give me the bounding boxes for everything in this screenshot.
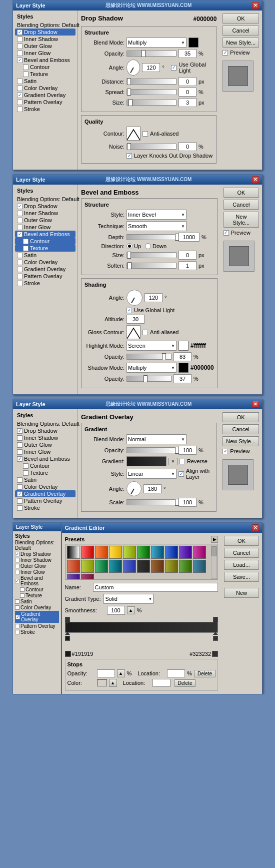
distance-input-1[interactable]	[178, 77, 196, 86]
technique-select-2[interactable]: Smooth ▼	[126, 221, 186, 231]
anti-alias-checkbox-1[interactable]	[142, 131, 148, 137]
sidebar-item-drop-shadow-2[interactable]: Drop Shadow	[15, 203, 76, 210]
ge-load-button[interactable]: Load...	[224, 560, 259, 570]
checkbox-contour-2[interactable]	[23, 239, 28, 244]
sidebar-item-inner-glow-1[interactable]: Inner Glow	[15, 50, 76, 57]
gloss-anti-alias-checkbox-2[interactable]	[142, 330, 148, 335]
ge-save-button[interactable]: Save...	[224, 572, 259, 582]
checkbox-gradient-overlay-1[interactable]	[17, 93, 22, 98]
checkbox-inner-glow-1[interactable]	[17, 51, 22, 56]
sidebar-item-texture-3[interactable]: Texture	[15, 469, 76, 476]
checkbox-color-overlay-2[interactable]	[17, 260, 22, 265]
checkbox-color-overlay-1[interactable]	[17, 86, 22, 91]
cancel-button-1[interactable]: Cancel	[222, 26, 259, 36]
checkbox-color-overlay-3[interactable]	[17, 484, 22, 490]
preset-swatch-0[interactable]	[67, 546, 80, 559]
new-style-button-1[interactable]: New Style...	[222, 38, 259, 48]
checkbox-texture-1[interactable]	[23, 72, 28, 77]
sidebar-item-inner-glow-3[interactable]: Inner Glow	[15, 448, 76, 455]
preset-swatch-9[interactable]	[193, 546, 206, 559]
sidebar-item-pattern-overlay-2[interactable]: Pattern Overlay	[15, 273, 76, 280]
checkbox-pattern-overlay-3[interactable]	[17, 498, 22, 504]
sidebar-item-inner-glow-2[interactable]: Inner Glow	[15, 224, 76, 231]
checkbox-outer-glow-2[interactable]	[17, 218, 22, 223]
shading-angle-dial-2[interactable]	[126, 290, 142, 306]
opacity-stop-right[interactable]	[213, 617, 218, 622]
checkbox-stroke-2[interactable]	[17, 281, 22, 286]
sidebar-item-outer-glow-3[interactable]: Outer Glow	[15, 441, 76, 448]
sidebar-item-texture-2[interactable]: Texture	[15, 245, 76, 252]
sidebar-item-gradient-overlay-1[interactable]: Gradient Overlay	[15, 92, 76, 99]
checkbox-inner-glow-2[interactable]	[17, 225, 22, 230]
soften-input-2[interactable]	[178, 261, 196, 270]
checkbox-bevel-3[interactable]	[17, 456, 22, 462]
preset-swatch-3[interactable]	[109, 546, 122, 559]
ok-button-1[interactable]: OK	[222, 14, 259, 24]
sidebar-item-bevel-3[interactable]: Bevel and Emboss	[15, 455, 76, 462]
preset-swatch-8[interactable]	[179, 546, 192, 559]
sidebar-item-pattern-overlay-1[interactable]: Pattern Overlay	[15, 99, 76, 106]
angle-input-1[interactable]	[142, 63, 160, 72]
stop-location-input2[interactable]	[152, 679, 170, 687]
shadow-opacity-input-2[interactable]	[174, 374, 192, 383]
new-style-button-3[interactable]: New Style...	[222, 436, 259, 446]
sidebar-item-satin-2[interactable]: Satin	[15, 252, 76, 259]
preset-swatch-13[interactable]	[109, 560, 122, 573]
checkbox-stroke-3[interactable]	[17, 505, 22, 511]
sidebar-item-gradient-overlay-3[interactable]: Gradient Overlay	[15, 490, 76, 497]
checkbox-contour-3[interactable]	[23, 463, 28, 469]
highlight-opacity-input-2[interactable]	[174, 352, 192, 361]
presets-scrollbar-thumb[interactable]	[212, 546, 216, 556]
gblend-mode-select-3[interactable]: Normal ▼	[126, 434, 186, 444]
stop-location-input1[interactable]	[167, 669, 185, 677]
sidebar-blending-3[interactable]: Blending Options: Default	[15, 420, 76, 427]
preview-checkbox-2[interactable]	[224, 230, 229, 236]
blend-color-box-1[interactable]	[188, 38, 198, 48]
ok-button-3[interactable]: OK	[222, 412, 259, 422]
gscale-input-3[interactable]	[178, 498, 196, 507]
checkbox-outer-glow-1[interactable]	[17, 44, 22, 49]
gradient-swatch-3[interactable]	[126, 456, 166, 466]
shadow-color-box-2[interactable]	[178, 363, 188, 373]
sidebar-blending-2[interactable]: Blending Options: Default	[15, 196, 76, 203]
sidebar-item-texture-1[interactable]: Texture	[15, 71, 76, 78]
preset-swatch-5[interactable]	[137, 546, 150, 559]
sidebar-item-contour-3[interactable]: Contour	[15, 462, 76, 469]
depth-input-2[interactable]	[178, 233, 200, 242]
sidebar-item-outer-glow-2[interactable]: Outer Glow	[15, 217, 76, 224]
sidebar-item-inner-shadow-1[interactable]: Inner Shadow	[15, 36, 76, 43]
checkbox-outer-glow-3[interactable]	[17, 442, 22, 448]
preset-swatch-4[interactable]	[123, 546, 136, 559]
shadow-opacity-slider-2[interactable]	[126, 376, 172, 382]
preset-swatch-7[interactable]	[165, 546, 178, 559]
radio-down-dot-2[interactable]	[145, 243, 151, 249]
checkbox-drop-shadow-2[interactable]	[17, 204, 22, 209]
checkbox-drop-shadow-3[interactable]	[17, 428, 22, 434]
sidebar-item-stroke-1[interactable]: Stroke	[15, 106, 76, 113]
sidebar-item-bevel-1[interactable]: Bevel and Emboss	[15, 57, 76, 64]
gscale-slider-3[interactable]	[126, 499, 176, 505]
opacity-stop-left[interactable]	[65, 617, 70, 622]
reverse-checkbox-3[interactable]	[180, 459, 185, 464]
style-select-2[interactable]: Inner Bevel ▼	[126, 210, 186, 220]
bsize-input-2[interactable]	[178, 251, 196, 260]
preset-swatch-14[interactable]	[123, 560, 136, 573]
presets-scrollbar[interactable]	[211, 545, 217, 579]
checkbox-gradient-overlay-3[interactable]	[17, 491, 22, 497]
checkbox-pattern-overlay-2[interactable]	[17, 274, 22, 279]
highlight-opacity-slider-2[interactable]	[126, 354, 172, 360]
preset-swatch-1[interactable]	[81, 546, 94, 559]
preset-swatch-6[interactable]	[151, 546, 164, 559]
gangle-input-3[interactable]	[144, 484, 162, 493]
sidebar-item-pattern-overlay-3[interactable]: Pattern Overlay	[15, 497, 76, 504]
sidebar-item-contour-2[interactable]: Contour	[15, 238, 76, 245]
gloss-contour-preview-2[interactable]	[126, 325, 140, 339]
bsize-slider-2[interactable]	[126, 252, 176, 258]
checkbox-drop-shadow-1[interactable]	[17, 30, 22, 35]
depth-slider-2[interactable]	[126, 234, 176, 240]
name-input[interactable]	[93, 583, 218, 592]
preset-swatch-19[interactable]	[193, 560, 206, 573]
sidebar-item-stroke-2[interactable]: Stroke	[15, 280, 76, 287]
checkbox-contour-1[interactable]	[23, 65, 28, 70]
sidebar-item-drop-shadow-1[interactable]: Drop Shadow	[15, 29, 76, 36]
